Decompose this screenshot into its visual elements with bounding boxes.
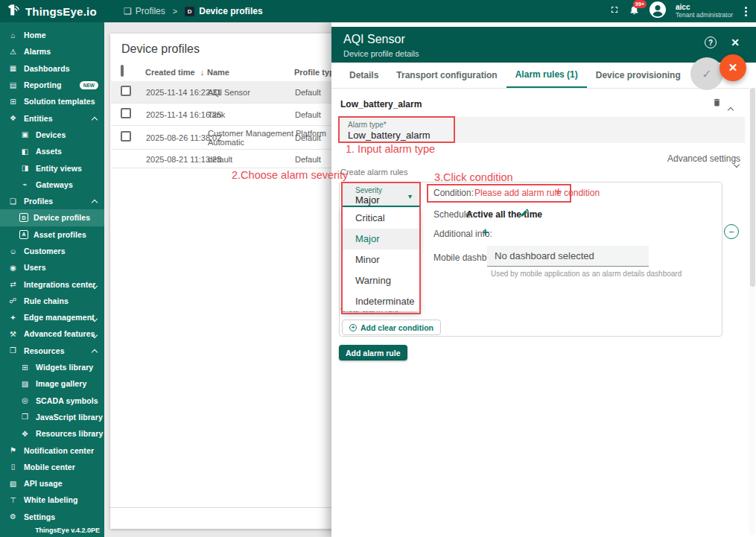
sidebar-item-assets[interactable]: ◧Assets <box>0 143 104 159</box>
sidebar-item-edge-management[interactable]: ✦Edge management <box>0 309 104 325</box>
column-name[interactable]: Name <box>207 68 229 77</box>
sidebar-item-dashboards[interactable]: ▦Dashboards <box>0 60 104 77</box>
breadcrumb-device-profiles[interactable]: Device profiles <box>199 6 262 16</box>
table-cell: default <box>208 155 232 164</box>
severity-option-critical[interactable]: Critical <box>343 208 419 229</box>
home-icon: ⌂ <box>7 31 19 39</box>
user-menu-kebab-icon[interactable] <box>742 5 750 18</box>
user-role: Tenant administrator <box>676 12 733 19</box>
sidebar-item-solution-templates[interactable]: ⊞Solution templates <box>0 93 104 109</box>
severity-option-warning[interactable]: Warning <box>343 270 419 290</box>
image-gallery-icon: ▨ <box>19 380 31 388</box>
sidebar-item-entities[interactable]: ❖Entities <box>0 109 104 126</box>
sidebar-item-advanced-features[interactable]: ⚒Advanced features <box>0 325 104 342</box>
collapse-alarm-icon[interactable] <box>728 102 733 115</box>
sidebar-item-label: Mobile center <box>24 463 75 471</box>
scrollbar-thumb[interactable] <box>750 88 755 287</box>
severity-caret-icon: ▾ <box>408 192 412 200</box>
add-additional-info-icon[interactable]: + <box>482 226 489 239</box>
add-condition-icon[interactable]: + <box>555 185 562 198</box>
drawer-scrollbar[interactable] <box>749 88 755 535</box>
sidebar-item-profiles[interactable]: ❏Profiles <box>0 193 104 209</box>
sidebar-nav: ⌂Home⚠Alarms▦Dashboards▤ReportingNEW⊞Sol… <box>0 22 104 537</box>
sidebar-item-entity-views[interactable]: ◨Entity views <box>0 159 104 176</box>
drawer-tabs: DetailsTransport configurationAlarm rule… <box>340 63 690 88</box>
cancel-changes-fab[interactable]: ✕ <box>720 54 746 81</box>
tab-transport-configuration[interactable]: Transport configuration <box>387 63 506 88</box>
select-all-checkbox[interactable] <box>121 65 124 77</box>
tab-device-provisioning[interactable]: Device provisioning <box>587 63 690 88</box>
rule-chains-icon: ☍ <box>7 296 19 305</box>
breadcrumb-profiles[interactable]: Profiles <box>136 6 165 16</box>
mobile-center-icon: ▯ <box>7 463 19 471</box>
sidebar-item-resources-library[interactable]: ✥Resources library <box>0 425 104 442</box>
sidebar-item-label: Alarms <box>24 47 51 56</box>
alarm-rule-name[interactable]: Low_battery_alarm <box>340 99 422 109</box>
sidebar-item-label: Rule chains <box>24 296 69 305</box>
sidebar-item-white-labeling[interactable]: ⊤White labeling <box>0 492 104 508</box>
column-created-time[interactable]: Created time ↓ <box>145 68 204 77</box>
sidebar-item-label: Profiles <box>24 197 53 206</box>
sidebar-item-alarms[interactable]: ⚠Alarms <box>0 43 104 60</box>
sidebar-item-label: Notification center <box>24 446 94 455</box>
sidebar-item-settings[interactable]: ⚙Settings <box>0 509 104 525</box>
notifications-bell-icon[interactable]: 99+ <box>629 4 640 19</box>
sidebar-item-reporting[interactable]: ▤ReportingNEW <box>0 77 104 93</box>
advanced-settings-chevron-icon[interactable] <box>734 156 739 170</box>
sidebar-item-label: Home <box>24 31 46 39</box>
sidebar-item-gateways[interactable]: ⌁Gateways <box>0 177 104 193</box>
sidebar-item-resources[interactable]: ❒Resources <box>0 343 104 359</box>
delete-alarm-icon[interactable] <box>712 97 722 111</box>
sidebar-item-widgets-library[interactable]: ⊞Widgets library <box>0 359 104 375</box>
tab-alarm-rules-1[interactable]: Alarm rules (1) <box>506 63 587 88</box>
sidebar-item-scada-symbols[interactable]: ◎SCADA symbols <box>0 393 104 409</box>
sidebar-item-javascript-library[interactable]: ❐JavaScript library <box>0 409 104 425</box>
sidebar-item-api-usage[interactable]: ▧API usage <box>0 475 104 492</box>
help-icon[interactable]: ? <box>705 36 717 48</box>
row-checkbox[interactable] <box>121 86 131 96</box>
row-checkbox[interactable] <box>121 108 131 118</box>
fullscreen-icon[interactable] <box>609 4 620 18</box>
profiles-icon: ❏ <box>7 197 19 206</box>
sidebar-item-home[interactable]: ⌂Home <box>0 27 104 43</box>
severity-select[interactable]: Severity Major ▾ <box>343 183 419 207</box>
sidebar-item-devices[interactable]: ▣Devices <box>0 127 104 143</box>
sidebar-item-mobile-center[interactable]: ▯Mobile center <box>0 459 104 475</box>
reporting-icon: ▤ <box>7 81 19 89</box>
severity-label: Severity <box>355 186 382 194</box>
tab-details[interactable]: Details <box>340 63 387 88</box>
sidebar-item-users[interactable]: ◉Users <box>0 259 104 276</box>
severity-option-major[interactable]: Major <box>343 229 419 250</box>
sidebar-item-asset-profiles[interactable]: AAsset profiles <box>0 226 104 243</box>
add-clear-condition-button[interactable]: + Add clear condition <box>342 320 441 335</box>
avatar[interactable] <box>649 1 667 22</box>
condition-placeholder[interactable]: Please add alarm rule condition <box>474 188 600 198</box>
row-checkbox[interactable] <box>121 131 131 142</box>
apply-changes-fab[interactable]: ✓ <box>690 57 723 90</box>
edit-schedule-icon[interactable] <box>520 207 530 220</box>
sidebar-item-notification-center[interactable]: ⚑Notification center <box>0 442 104 458</box>
sidebar-item-label: Entities <box>24 114 53 123</box>
advanced-settings-toggle[interactable]: Advanced settings <box>667 153 740 164</box>
remove-rule-icon[interactable]: − <box>724 224 739 239</box>
advanced-features-icon: ⚒ <box>7 330 19 338</box>
add-alarm-rule-button[interactable]: Add alarm rule <box>339 345 407 360</box>
close-drawer-icon[interactable]: ✕ <box>731 36 740 48</box>
top-app-bar: ThingsEye.io ❏ Profiles > D Device profi… <box>0 0 756 22</box>
sidebar-item-integrations-center[interactable]: ⇄Integrations center <box>0 276 104 292</box>
sort-desc-icon[interactable]: ↓ <box>200 68 205 77</box>
severity-option-indeterminate[interactable]: Indeterminate <box>343 290 419 311</box>
app-logo[interactable]: ThingsEye.io <box>0 2 104 20</box>
scada-symbols-icon: ◎ <box>19 396 31 404</box>
asset-profiles-icon: A <box>19 230 28 239</box>
sidebar-item-customers[interactable]: ☺Customers <box>0 243 104 259</box>
alarm-type-field[interactable]: Alarm type* Low_battery_alarm <box>339 117 745 143</box>
severity-option-minor[interactable]: Minor <box>343 250 419 270</box>
sidebar-item-image-gallery[interactable]: ▨Image gallery <box>0 375 104 392</box>
sidebar-item-rule-chains[interactable]: ☍Rule chains <box>0 293 104 309</box>
chevron-up-icon <box>92 194 97 208</box>
sidebar-item-device-profiles[interactable]: DDevice profiles <box>0 209 104 226</box>
resources-icon: ❒ <box>7 346 19 355</box>
mobile-dashboard-input[interactable]: No dashboard selected <box>487 246 649 267</box>
severity-options-menu: CriticalMajorMinorWarningIndeterminate <box>343 208 419 311</box>
